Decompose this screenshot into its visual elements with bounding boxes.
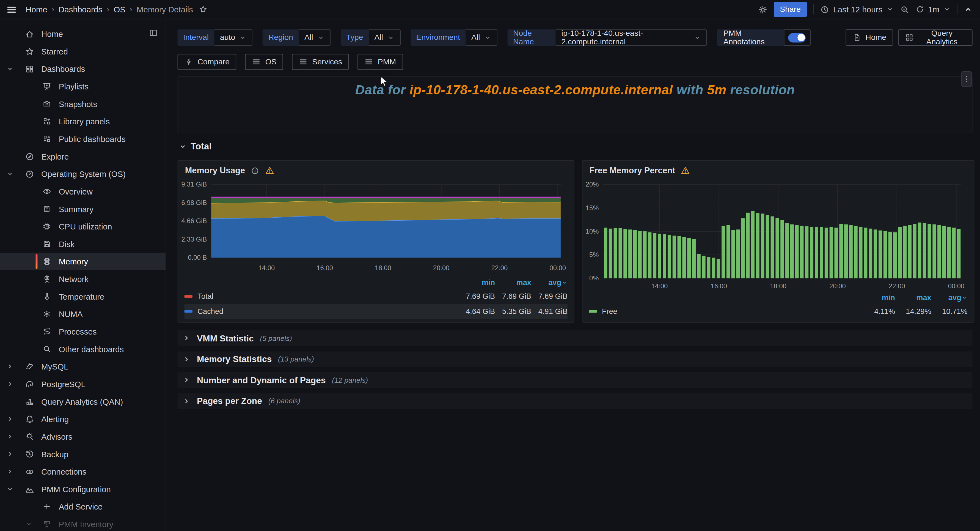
sidebar-item-starred[interactable]: Starred <box>0 43 165 60</box>
sidebar-item-mysql[interactable]: MySQL <box>0 358 165 375</box>
link-pmm-button[interactable]: PMM <box>358 54 403 70</box>
warning-icon[interactable] <box>265 166 274 175</box>
breadcrumb-item[interactable]: Home <box>25 5 47 14</box>
sidebar-item-network[interactable]: Network <box>0 270 165 288</box>
sidebar-item-cpu-utilization[interactable]: CPU utilization <box>0 218 165 235</box>
sidebar-item-temperature[interactable]: Temperature <box>0 288 165 305</box>
sidebar-item-processes[interactable]: Processes <box>0 323 165 340</box>
variable-type: Type All <box>341 29 401 46</box>
kebab-icon <box>963 75 970 83</box>
variable-value-dropdown[interactable]: All <box>369 29 401 46</box>
sidebar-item-other-dashboards[interactable]: Other dashboards <box>0 340 165 358</box>
variable-value-dropdown[interactable]: All <box>299 29 331 46</box>
chevron-down-icon <box>886 5 894 13</box>
memory-usage-chart[interactable]: 0.00 B2.33 GiB4.66 GiB6.98 GiB9.31 GiB14… <box>178 178 569 274</box>
time-range-picker[interactable]: Last 12 hours <box>820 5 894 14</box>
sidebar-item-overview[interactable]: Overview <box>0 183 165 200</box>
sidebar-item-operating-system-os[interactable]: Operating System (OS) <box>0 165 165 183</box>
collapse-topbar-caret-icon[interactable] <box>964 5 972 14</box>
chevron-right-icon[interactable] <box>6 415 14 423</box>
chevron-down-icon[interactable] <box>6 170 14 177</box>
sidebar-item-pmm-configuration[interactable]: PMM Configuration <box>0 480 165 498</box>
legend-header-min[interactable]: min <box>459 278 495 287</box>
chevron-down-icon[interactable] <box>25 520 32 528</box>
svg-text:6.98 GiB: 6.98 GiB <box>181 199 207 206</box>
legend-header-max[interactable]: max <box>495 278 531 287</box>
legend-series-total[interactable]: Total <box>185 292 459 301</box>
legend-header-avg[interactable]: avg <box>531 278 568 287</box>
sidebar-item-dashboards[interactable]: Dashboards <box>0 60 165 78</box>
sidebar-item-connections[interactable]: Connections <box>0 463 165 480</box>
zoom-out-icon[interactable] <box>900 5 909 14</box>
sidebar-item-library-panels[interactable]: Library panels <box>0 113 165 130</box>
panel-title[interactable]: Free Memory Percent <box>589 166 675 175</box>
legend-header-min[interactable]: min <box>859 293 895 302</box>
sidebar-item-numa[interactable]: NUMA <box>0 305 165 323</box>
menu-icon <box>364 57 374 66</box>
chevron-right-icon[interactable] <box>6 380 14 387</box>
library-icon <box>43 117 51 126</box>
section-row-number-and-dynamic-of-pages[interactable]: Number and Dynamic of Pages (12 panels) <box>178 372 972 387</box>
sidebar-item-snapshots[interactable]: Snapshots <box>0 95 165 113</box>
sidebar-item-label: Add Service <box>59 502 103 511</box>
dashboard-settings-gear-icon[interactable] <box>758 5 767 14</box>
sidebar-item-pmm-inventory[interactable]: PMM Inventory <box>0 515 165 531</box>
chevron-right-icon[interactable] <box>6 363 14 370</box>
rings-icon <box>25 467 34 476</box>
legend-series-cached[interactable]: Cached <box>185 307 459 316</box>
sidebar-item-query-analytics-qan[interactable]: Query Analytics (QAN) <box>0 392 165 410</box>
chevron-right-icon[interactable] <box>6 450 14 458</box>
section-row-pages-per-zone[interactable]: Pages per Zone (6 panels) <box>178 393 972 409</box>
svg-text:00:00: 00:00 <box>549 264 566 271</box>
breadcrumb-item[interactable]: OS <box>114 5 126 14</box>
chevron-down-icon[interactable] <box>6 65 14 72</box>
link-compare-button[interactable]: Compare <box>178 54 237 70</box>
sidebar-item-advisors[interactable]: Advisors <box>0 428 165 445</box>
section-row-total[interactable]: Total <box>179 142 212 151</box>
legend-header-max[interactable]: max <box>895 293 931 302</box>
legend-header-avg[interactable]: avg <box>931 293 967 302</box>
panel-title[interactable]: Memory Usage <box>185 166 245 175</box>
chevron-down-icon <box>694 34 701 41</box>
sidebar-item-memory[interactable]: Memory <box>0 253 165 270</box>
panel-menu-kebab[interactable] <box>961 71 972 87</box>
sidebar-item-backup[interactable]: Backup <box>0 445 165 463</box>
floppy-icon <box>43 240 51 249</box>
legend-min-value: 4.11% <box>859 307 895 316</box>
section-title: VMM Statistic <box>197 333 254 343</box>
home-button[interactable]: Home <box>846 29 893 46</box>
link-services-button[interactable]: Services <box>292 54 349 70</box>
sidebar-item-alerting[interactable]: Alerting <box>0 410 165 428</box>
section-row-memory-statistics[interactable]: Memory Statistics (13 panels) <box>178 351 972 367</box>
warning-icon[interactable] <box>681 166 690 175</box>
section-row-vmm-statistic[interactable]: VMM Statistic (5 panels) <box>178 330 972 346</box>
chevron-right-icon[interactable] <box>6 433 14 440</box>
variable-value-dropdown[interactable]: All <box>466 29 498 46</box>
sidebar-item-playlists[interactable]: Playlists <box>0 78 165 95</box>
breadcrumb-item[interactable]: Dashboards <box>59 5 102 14</box>
chevron-down-icon[interactable] <box>6 485 14 493</box>
sidebar-item-summary[interactable]: Summary <box>0 200 165 218</box>
favorite-star-icon[interactable] <box>199 5 208 14</box>
chevron-right-icon[interactable] <box>6 468 14 475</box>
pmm-annotations-toggle[interactable] <box>784 29 810 46</box>
share-button[interactable]: Share <box>774 2 807 17</box>
sidebar-item-postgresql[interactable]: PostgreSQL <box>0 375 165 393</box>
variable-value-dropdown[interactable]: ip-10-178-1-40.us-east-2.compute.interna… <box>556 29 707 46</box>
bolt-icon <box>185 57 193 66</box>
variable-value-dropdown[interactable]: auto <box>215 29 253 46</box>
free-memory-percent-chart[interactable]: 0%5%10%15%20%14:0016:0018:0020:0022:0000… <box>582 178 969 292</box>
sidebar-item-public-dashboards[interactable]: Public dashboards <box>0 130 165 148</box>
sidebar-item-disk[interactable]: Disk <box>0 235 165 253</box>
link-os-button[interactable]: OS <box>245 54 283 70</box>
sidebar-item-label: NUMA <box>59 309 83 319</box>
refresh-picker[interactable]: 1m <box>916 5 951 14</box>
breadcrumb-item[interactable]: Memory Details <box>137 5 193 14</box>
hamburger-menu-icon[interactable] <box>6 4 17 15</box>
sidebar-item-home[interactable]: Home <box>0 25 165 43</box>
info-icon[interactable] <box>251 166 259 175</box>
query-analytics-button[interactable]: Query Analytics <box>898 29 972 46</box>
sidebar-item-explore[interactable]: Explore <box>0 147 165 165</box>
legend-series-free[interactable]: Free <box>589 307 859 316</box>
sidebar-item-add-service[interactable]: Add Service <box>0 498 165 515</box>
